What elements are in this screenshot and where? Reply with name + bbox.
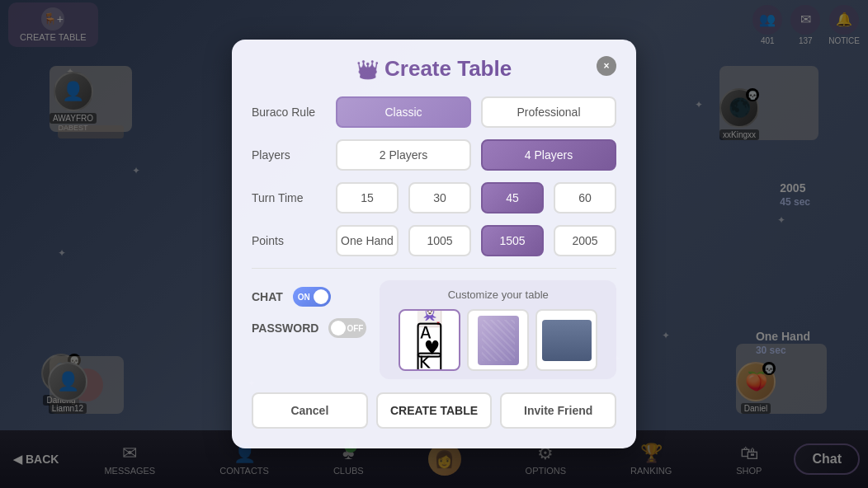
- password-toggle-knob: [331, 321, 346, 336]
- chat-password-section: CHAT ON PASSWORD OFF: [252, 280, 366, 379]
- turn-time-label: Turn Time: [252, 191, 326, 204]
- cards-visual: 🃏🂱🂾: [400, 309, 459, 371]
- chat-row: CHAT ON: [252, 287, 366, 307]
- close-button[interactable]: ×: [597, 56, 616, 76]
- chat-toggle[interactable]: ON: [293, 287, 331, 307]
- 2005-option[interactable]: 2005: [554, 225, 616, 256]
- crown-icon: 👑: [356, 59, 379, 80]
- cards-option[interactable]: 🃏🂱🂾: [399, 309, 460, 371]
- card-back-visual: [478, 316, 519, 365]
- points-row: Points One Hand 1005 1505 2005: [252, 225, 616, 256]
- 1505-option[interactable]: 1505: [481, 225, 544, 256]
- points-label: Points: [252, 234, 326, 247]
- create-table-button[interactable]: CREATE TABLE: [376, 392, 493, 429]
- cancel-button[interactable]: Cancel: [252, 392, 368, 429]
- turn-time-row: Turn Time 15 30 45 60: [252, 182, 616, 214]
- customize-section: Customize your table 🃏🂱🂾: [380, 280, 616, 379]
- time-60-option[interactable]: 60: [554, 182, 616, 214]
- card-back-pattern: [482, 320, 515, 361]
- modal-title: 👑 Create Table: [252, 56, 616, 82]
- professional-option[interactable]: Professional: [481, 96, 616, 128]
- create-table-modal: 👑 Create Table × Buraco Rule Classic Pro…: [232, 40, 636, 448]
- 4players-option[interactable]: 4 Players: [481, 139, 616, 171]
- card-back-option[interactable]: [467, 309, 529, 371]
- classic-option[interactable]: Classic: [336, 96, 471, 128]
- password-label: PASSWORD: [252, 321, 318, 335]
- time-15-option[interactable]: 15: [336, 182, 399, 214]
- modal-header: 👑 Create Table ×: [252, 56, 616, 82]
- onehand-option[interactable]: One Hand: [336, 225, 399, 256]
- modal-actions: Cancel CREATE TABLE Invite Friend: [252, 392, 616, 429]
- divider: [252, 268, 616, 269]
- players-row: Players 2 Players 4 Players: [252, 139, 616, 171]
- customize-title: Customize your table: [388, 289, 608, 301]
- modal-bottom: CHAT ON PASSWORD OFF Customize your tabl…: [252, 280, 616, 379]
- invite-friend-button[interactable]: Invite Friend: [500, 392, 616, 429]
- time-45-option[interactable]: 45: [481, 182, 544, 214]
- password-row: PASSWORD OFF: [252, 318, 366, 338]
- card-options: 🃏🂱🂾: [388, 309, 608, 371]
- 1005-option[interactable]: 1005: [408, 225, 471, 256]
- chat-label: CHAT: [252, 290, 283, 303]
- time-30-option[interactable]: 30: [408, 182, 471, 214]
- chat-toggle-knob: [314, 289, 328, 304]
- password-toggle-label: OFF: [347, 324, 363, 333]
- table-visual: [542, 320, 592, 361]
- table-option[interactable]: [535, 309, 597, 371]
- 2players-option[interactable]: 2 Players: [336, 139, 471, 171]
- players-label: Players: [252, 148, 326, 162]
- buraco-rule-row: Buraco Rule Classic Professional: [252, 96, 616, 128]
- password-toggle[interactable]: OFF: [328, 318, 366, 338]
- chat-toggle-label: ON: [298, 293, 310, 302]
- buraco-rule-label: Buraco Rule: [252, 106, 326, 119]
